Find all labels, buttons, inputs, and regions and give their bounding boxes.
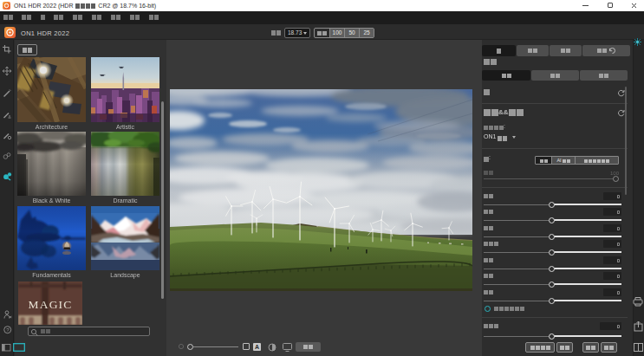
svg-text:?: ?: [6, 327, 10, 333]
svg-text:MAGIC: MAGIC: [28, 298, 72, 311]
